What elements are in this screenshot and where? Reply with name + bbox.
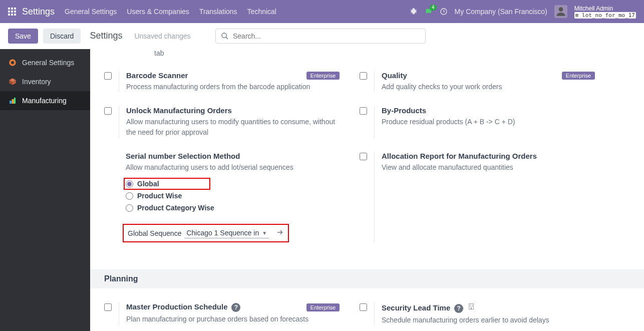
radio-product[interactable]: Product Wise: [126, 190, 340, 202]
svg-point-1: [222, 33, 226, 38]
company-switcher[interactable]: My Company (San Francisco): [455, 8, 547, 16]
content: tab Barcode Scanner Enterprise Process m…: [90, 49, 644, 331]
help-icon[interactable]: ?: [231, 303, 240, 312]
nav-menu-general[interactable]: General Settings: [65, 8, 117, 16]
wrench-icon: [8, 96, 17, 105]
unsaved-indicator: Unsaved changes: [134, 32, 190, 40]
svg-rect-13: [470, 306, 470, 306]
setting-desc-barcode: Process manufacturing orders from the ba…: [126, 82, 340, 92]
radio-category-label: Product Category Wise: [137, 204, 214, 212]
global-seq-value: Chicago 1 Sequence in: [186, 229, 259, 237]
top-nav: Settings General Settings Users & Compan…: [0, 0, 644, 23]
gear-icon: [8, 58, 17, 67]
search-icon: [221, 32, 229, 40]
setting-desc-byproducts: Produce residual products (A + B -> C + …: [382, 117, 595, 127]
setting-title-allocation: Allocation Report for Manufacturing Orde…: [382, 152, 537, 160]
enterprise-badge: Enterprise: [306, 303, 340, 311]
sidebar: General Settings Inventory Manufacturing: [0, 49, 90, 331]
search-input[interactable]: [233, 32, 420, 40]
radio-product-label: Product Wise: [137, 192, 182, 200]
svg-point-3: [11, 61, 14, 64]
setting-title-mps: Master Production Schedule: [126, 302, 228, 311]
svg-rect-11: [470, 305, 470, 305]
box-icon: [8, 77, 17, 86]
checkbox-unlock[interactable]: [104, 107, 112, 115]
setting-desc-mps: Plan manufacturing or purchase orders ba…: [126, 314, 340, 324]
setting-desc-serial: Allow manufacturing users to add lot/ser…: [126, 162, 340, 173]
sidebar-item-label: General Settings: [22, 59, 74, 67]
main-layout: General Settings Inventory Manufacturing…: [0, 49, 644, 331]
radio-global-label: Global: [137, 180, 159, 188]
chat-icon[interactable]: 4: [425, 8, 433, 16]
nav-menu-translations[interactable]: Translations: [199, 8, 237, 16]
setting-title-unlock: Unlock Manufacturing Orders: [126, 106, 232, 115]
db-tag: ≡ lot_no_for_mo_17: [574, 12, 636, 19]
checkbox-byproducts[interactable]: [360, 107, 367, 115]
setting-title-byproducts: By-Products: [382, 106, 426, 115]
user-block[interactable]: Mitchell Admin ≡ lot_no_for_mo_17: [574, 5, 636, 19]
checkbox-mps[interactable]: [104, 303, 112, 311]
app-title: Settings: [22, 7, 55, 17]
sidebar-item-inventory[interactable]: Inventory: [0, 72, 90, 91]
external-link-icon[interactable]: [276, 228, 284, 238]
nav-menu-technical[interactable]: Technical: [247, 8, 276, 16]
checkbox-allocation[interactable]: [360, 153, 367, 160]
checkbox-barcode[interactable]: [104, 72, 112, 80]
svg-rect-8: [12, 99, 15, 104]
setting-desc-security: Schedule manufacturing orders earlier to…: [382, 315, 595, 325]
svg-rect-14: [472, 306, 472, 306]
sidebar-item-label: Inventory: [22, 78, 51, 86]
fragment-text: tab: [104, 49, 630, 64]
setting-desc-quality: Add quality checks to your work orders: [382, 82, 595, 92]
nav-menu: General Settings Users & Companies Trans…: [65, 8, 410, 16]
building-icon: [467, 302, 475, 310]
serial-radio-group: Global Product Wise Product Category Wis…: [126, 178, 340, 214]
save-button[interactable]: Save: [8, 29, 38, 44]
clock-icon[interactable]: [440, 8, 448, 16]
user-name: Mitchell Admin: [574, 5, 636, 12]
sidebar-item-label: Manufacturing: [22, 97, 67, 105]
setting-title-security: Security Lead Time: [382, 303, 450, 312]
global-seq-label: Global Sequence: [128, 229, 181, 237]
section-planning: Planning: [90, 269, 644, 288]
breadcrumb: Settings: [90, 31, 122, 41]
setting-title-barcode: Barcode Scanner: [126, 71, 188, 80]
sidebar-item-general[interactable]: General Settings: [0, 53, 90, 72]
radio-product-input[interactable]: [126, 192, 133, 200]
svg-rect-12: [472, 305, 472, 305]
avatar[interactable]: [554, 5, 567, 18]
discard-button[interactable]: Discard: [43, 29, 81, 44]
svg-rect-9: [14, 98, 16, 104]
setting-title-serial: Serial number Selection Method: [126, 152, 240, 160]
enterprise-badge: Enterprise: [306, 72, 340, 80]
help-icon[interactable]: ?: [454, 304, 463, 313]
radio-category[interactable]: Product Category Wise: [126, 202, 340, 214]
chat-badge: 4: [430, 5, 437, 11]
radio-global-input[interactable]: [126, 180, 133, 188]
svg-rect-15: [471, 307, 471, 309]
chevron-down-icon: ▼: [262, 230, 267, 236]
apps-icon[interactable]: [8, 8, 16, 16]
setting-desc-unlock: Allow manufacturing users to modify quan…: [126, 117, 340, 138]
setting-desc-allocation: View and allocate manufactured quantitie…: [382, 162, 595, 173]
control-bar: Save Discard Settings Unsaved changes: [0, 23, 644, 49]
sidebar-item-manufacturing[interactable]: Manufacturing: [0, 91, 90, 110]
setting-title-quality: Quality: [382, 71, 407, 80]
enterprise-badge: Enterprise: [562, 72, 595, 80]
checkbox-quality[interactable]: [360, 72, 367, 80]
svg-rect-7: [10, 101, 12, 104]
radio-global[interactable]: Global: [124, 178, 210, 190]
global-seq-select[interactable]: Chicago 1 Sequence in ▼: [184, 228, 269, 238]
bug-icon[interactable]: [410, 8, 418, 16]
global-seq-row: Global Sequence Chicago 1 Sequence in ▼: [123, 224, 289, 242]
nav-right: 4 My Company (San Francisco) Mitchell Ad…: [410, 5, 636, 19]
search-box[interactable]: [215, 29, 426, 44]
radio-category-input[interactable]: [126, 204, 133, 212]
nav-menu-users[interactable]: Users & Companies: [127, 8, 189, 16]
checkbox-security[interactable]: [360, 303, 367, 311]
